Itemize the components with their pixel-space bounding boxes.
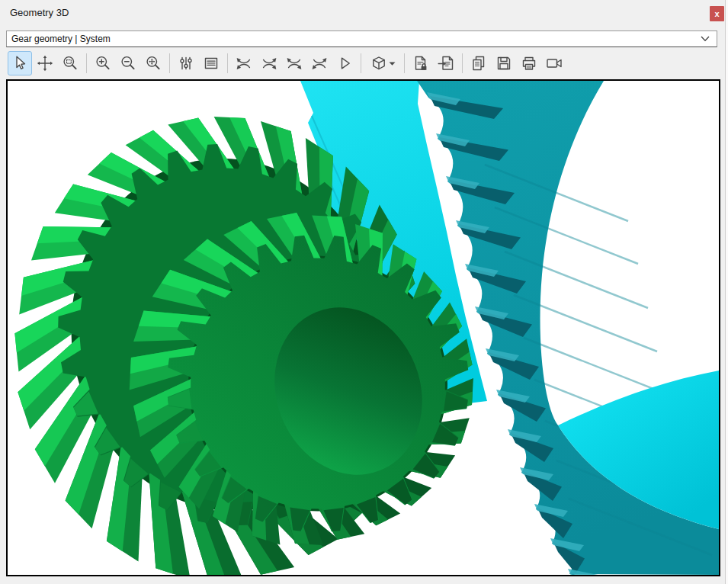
tool-video-capture-button[interactable] (542, 51, 566, 75)
tool-rotate-left-both-button[interactable] (232, 51, 256, 75)
tool-save-button[interactable] (492, 51, 516, 75)
adjust-sliders-icon (177, 54, 195, 72)
print-icon (520, 54, 538, 72)
tool-rotate-right-both-button[interactable] (257, 51, 281, 75)
copy-icon (470, 54, 488, 72)
toolbar-separator (361, 53, 361, 73)
tool-report-export-button[interactable] (434, 51, 458, 75)
window-title: Geometry 3D (10, 7, 69, 18)
toolbar-separator (86, 53, 87, 73)
gear-scene-canvas (8, 81, 719, 575)
view-cube-icon (370, 54, 388, 72)
title-bar[interactable]: Geometry 3D x (0, 0, 725, 26)
toolbar-separator (169, 53, 170, 73)
close-icon: x (714, 9, 719, 18)
tool-zoom-out-button[interactable] (116, 51, 140, 75)
toolbar-separator (404, 53, 405, 73)
tool-pan-button[interactable] (33, 51, 57, 75)
combobox-value: Gear geometry | System (7, 34, 701, 44)
window-bottom-frame (0, 576, 725, 584)
report-locked-icon (412, 54, 430, 72)
toolbar-separator (462, 53, 463, 73)
chevron-down-icon (701, 36, 710, 42)
zoom-window-icon (61, 54, 79, 72)
report-panel-icon (202, 54, 220, 72)
tool-copy-button[interactable] (467, 51, 491, 75)
zoom-in-icon (94, 54, 112, 72)
tool-adjust-sliders-button[interactable] (174, 51, 198, 75)
tool-zoom-in-button[interactable] (91, 51, 115, 75)
geometry-3d-window: Geometry 3D x Gear geometry | System (0, 0, 725, 584)
geometry-selector-combobox[interactable]: Gear geometry | System (6, 30, 717, 47)
tool-rotate-right-left-button[interactable] (307, 51, 332, 75)
select-pointer-icon (11, 54, 29, 72)
toolbar-separator (227, 53, 228, 73)
zoom-fit-icon (144, 54, 162, 72)
tool-zoom-fit-button[interactable] (141, 51, 165, 75)
tool-view-cube-button[interactable] (365, 51, 400, 75)
close-button[interactable]: x (710, 6, 724, 21)
video-capture-icon (545, 54, 563, 72)
tool-select-pointer-button[interactable] (8, 51, 32, 75)
rotate-right-both-icon (260, 54, 278, 72)
pan-icon (36, 54, 54, 72)
rotate-left-right-icon (285, 54, 303, 72)
screen: Geometry 3D x Gear geometry | System (0, 0, 728, 584)
tool-zoom-window-button[interactable] (58, 51, 82, 75)
rotate-left-both-icon (235, 54, 253, 72)
play-animation-icon (335, 54, 354, 72)
zoom-out-icon (119, 54, 137, 72)
dropdown-caret-icon (388, 54, 396, 72)
tool-play-animation-button[interactable] (332, 51, 357, 75)
report-export-icon (437, 54, 455, 72)
save-icon (495, 54, 513, 72)
rotate-right-left-icon (310, 54, 329, 72)
tool-print-button[interactable] (517, 51, 541, 75)
tool-report-panel-button[interactable] (199, 51, 223, 75)
background-window-sliver (725, 0, 728, 584)
viewport-3d[interactable] (6, 79, 720, 576)
tool-report-locked-button[interactable] (409, 51, 433, 75)
toolbar (8, 50, 567, 76)
tool-rotate-left-right-button[interactable] (282, 51, 306, 75)
